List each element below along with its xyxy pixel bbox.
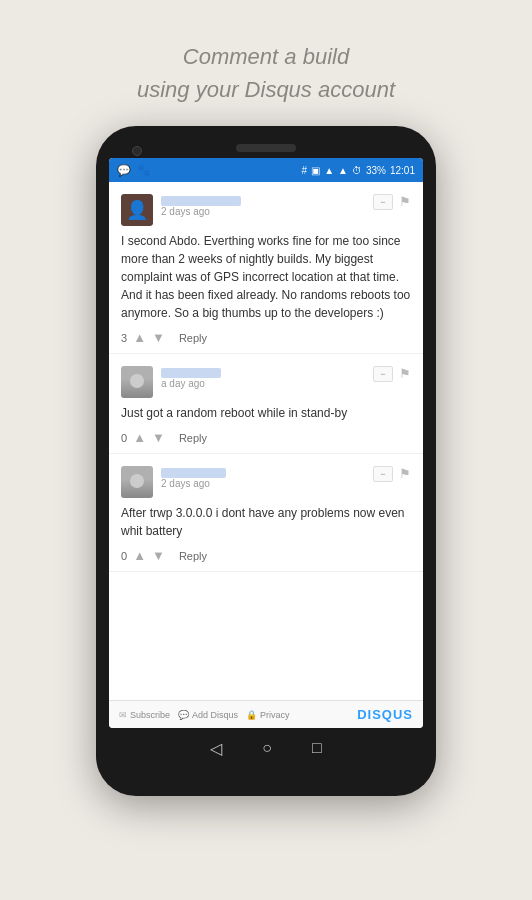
vote-up-button[interactable]: ▲ [133, 330, 146, 345]
reply-button[interactable]: Reply [179, 550, 207, 562]
phone-nav-bar: ◁ ○ □ [102, 728, 430, 764]
collapse-button[interactable]: − [373, 366, 393, 382]
subscribe-button[interactable]: ✉ Subscribe [119, 710, 170, 720]
comment-username [161, 366, 321, 378]
vote-down-button[interactable]: ▼ [152, 430, 165, 445]
comment-header: a day ago − ⚑ [121, 366, 411, 398]
add-disqus-button[interactable]: 💬 Add Disqus [178, 710, 238, 720]
reply-button[interactable]: Reply [179, 332, 207, 344]
comment-meta: 2 days ago [161, 466, 373, 489]
chat-icon: 🐾 [137, 164, 151, 177]
phone-device: 💬 🐾 # ▣ ▲ ▲ ⏱ 33% 12:01 👤 [96, 126, 436, 796]
phone-camera [132, 146, 142, 156]
avatar-face: 👤 [121, 194, 153, 226]
comment-header: 2 days ago − ⚑ [121, 466, 411, 498]
recent-button[interactable]: □ [312, 739, 322, 757]
phone-screen: 💬 🐾 # ▣ ▲ ▲ ⏱ 33% 12:01 👤 [109, 158, 423, 728]
comment-text: I second Abdo. Everthing works fine for … [121, 232, 411, 322]
status-bar-left: 💬 🐾 [117, 164, 151, 177]
subscribe-label: Subscribe [130, 710, 170, 720]
flag-button[interactable]: ⚑ [399, 466, 411, 482]
comment-text: Just got a random reboot while in stand-… [121, 404, 411, 422]
comment-item: a day ago − ⚑ Just got a random reboot w… [109, 354, 423, 454]
comment-votes: 3 ▲ ▼ Reply [121, 330, 411, 345]
comment-meta: a day ago [161, 366, 373, 389]
battery-percent: 33% [366, 165, 386, 176]
comment-actions-top[interactable]: − ⚑ [373, 466, 411, 482]
comment-actions-top[interactable]: − ⚑ [373, 194, 411, 210]
comment-item: 2 days ago − ⚑ After trwp 3.0.0.0 i dont… [109, 454, 423, 572]
lock-icon: 🔒 [246, 710, 257, 720]
title-line2: using your Disqus account [137, 77, 395, 102]
title-line1: Comment a build [183, 44, 349, 69]
vote-up-button[interactable]: ▲ [133, 430, 146, 445]
comment-text: After trwp 3.0.0.0 i dont have any probl… [121, 504, 411, 540]
vote-count: 3 [121, 332, 127, 344]
comment-time: a day ago [161, 378, 373, 389]
comment-votes: 0 ▲ ▼ Reply [121, 430, 411, 445]
comment-time: 2 days ago [161, 206, 373, 217]
vote-down-button[interactable]: ▼ [152, 548, 165, 563]
vibrate-icon: ▣ [311, 165, 320, 176]
collapse-button[interactable]: − [373, 466, 393, 482]
avatar: 👤 [121, 194, 153, 226]
vote-up-button[interactable]: ▲ [133, 548, 146, 563]
status-bar-right: # ▣ ▲ ▲ ⏱ 33% 12:01 [302, 165, 415, 176]
vote-down-button[interactable]: ▼ [152, 330, 165, 345]
comment-header: 👤 2 days ago − ⚑ [121, 194, 411, 226]
comment-votes: 0 ▲ ▼ Reply [121, 548, 411, 563]
clock: 12:01 [390, 165, 415, 176]
wifi-icon: ▲ [324, 165, 334, 176]
reply-button[interactable]: Reply [179, 432, 207, 444]
comment-username [161, 194, 321, 206]
avatar-head [130, 374, 144, 388]
page-title: Comment a build using your Disqus accoun… [137, 40, 395, 106]
vote-count: 0 [121, 432, 127, 444]
disqus-brand: DISQUS [357, 707, 413, 722]
whatsapp-icon: 💬 [117, 164, 131, 177]
disqus-footer: ✉ Subscribe 💬 Add Disqus 🔒 Privacy DISQU… [109, 700, 423, 728]
phone-speaker [236, 144, 296, 152]
privacy-label: Privacy [260, 710, 290, 720]
avatar-person [121, 366, 153, 398]
comment-item: 👤 2 days ago − ⚑ I second Abdo. Everthin… [109, 182, 423, 354]
avatar [121, 466, 153, 498]
comment-actions-top[interactable]: − ⚑ [373, 366, 411, 382]
comment-meta: 2 days ago [161, 194, 373, 217]
add-disqus-label: Add Disqus [192, 710, 238, 720]
comment-username [161, 466, 321, 478]
signal-icon: ▲ [338, 165, 348, 176]
battery-icon: ⏱ [352, 165, 362, 176]
collapse-button[interactable]: − [373, 194, 393, 210]
add-icon: 💬 [178, 710, 189, 720]
home-button[interactable]: ○ [262, 739, 272, 757]
phone-top-bar [102, 136, 430, 158]
status-bar: 💬 🐾 # ▣ ▲ ▲ ⏱ 33% 12:01 [109, 158, 423, 182]
comment-time: 2 days ago [161, 478, 373, 489]
disqus-content: 👤 2 days ago − ⚑ I second Abdo. Everthin… [109, 182, 423, 700]
flag-button[interactable]: ⚑ [399, 194, 411, 210]
email-icon: ✉ [119, 710, 127, 720]
flag-button[interactable]: ⚑ [399, 366, 411, 382]
avatar-person [121, 466, 153, 498]
hash-icon: # [302, 165, 308, 176]
back-button[interactable]: ◁ [210, 739, 222, 758]
avatar-head [130, 474, 144, 488]
vote-count: 0 [121, 550, 127, 562]
avatar [121, 366, 153, 398]
privacy-button[interactable]: 🔒 Privacy [246, 710, 290, 720]
